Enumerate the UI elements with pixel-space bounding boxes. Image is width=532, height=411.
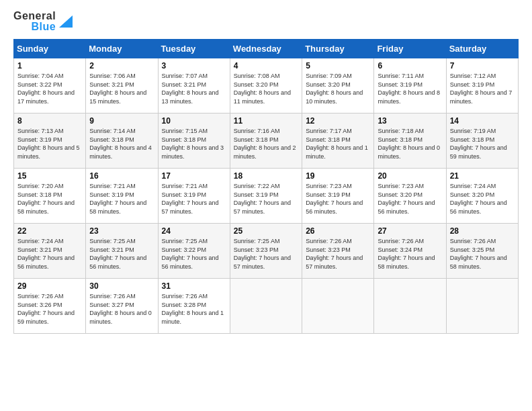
logo-area: General Blue bbox=[13, 11, 73, 32]
day-details: Sunrise: 7:24 AMSunset: 3:21 PMDaylight:… bbox=[17, 238, 75, 270]
day-cell bbox=[302, 279, 374, 334]
svg-marker-0 bbox=[59, 15, 73, 28]
day-number: 9 bbox=[89, 116, 154, 126]
day-details: Sunrise: 7:13 AMSunset: 3:19 PMDaylight:… bbox=[17, 128, 80, 160]
day-cell: 14Sunrise: 7:19 AMSunset: 3:18 PMDayligh… bbox=[446, 113, 518, 169]
day-number: 15 bbox=[17, 171, 82, 181]
day-details: Sunrise: 7:24 AMSunset: 3:20 PMDaylight:… bbox=[450, 183, 507, 215]
day-number: 14 bbox=[450, 116, 515, 126]
day-details: Sunrise: 7:19 AMSunset: 3:18 PMDaylight:… bbox=[450, 128, 507, 160]
day-cell: 17Sunrise: 7:21 AMSunset: 3:19 PMDayligh… bbox=[158, 169, 230, 224]
day-details: Sunrise: 7:15 AMSunset: 3:18 PMDaylight:… bbox=[162, 128, 224, 160]
day-number: 8 bbox=[17, 116, 82, 126]
day-cell: 25Sunrise: 7:25 AMSunset: 3:23 PMDayligh… bbox=[230, 224, 302, 279]
day-cell: 27Sunrise: 7:26 AMSunset: 3:24 PMDayligh… bbox=[374, 224, 446, 279]
day-details: Sunrise: 7:17 AMSunset: 3:18 PMDaylight:… bbox=[306, 128, 368, 160]
logo-blue-text: Blue bbox=[31, 21, 56, 32]
day-number: 19 bbox=[306, 171, 370, 181]
day-cell: 26Sunrise: 7:26 AMSunset: 3:23 PMDayligh… bbox=[302, 224, 374, 279]
day-header-sunday: Sunday bbox=[14, 40, 86, 58]
day-cell: 30Sunrise: 7:26 AMSunset: 3:27 PMDayligh… bbox=[86, 279, 158, 334]
day-details: Sunrise: 7:25 AMSunset: 3:21 PMDaylight:… bbox=[89, 238, 146, 270]
week-row-3: 15Sunrise: 7:20 AMSunset: 3:18 PMDayligh… bbox=[14, 169, 519, 224]
day-cell: 1Sunrise: 7:04 AMSunset: 3:22 PMDaylight… bbox=[14, 58, 86, 113]
day-number: 28 bbox=[450, 226, 515, 236]
day-details: Sunrise: 7:23 AMSunset: 3:19 PMDaylight:… bbox=[306, 183, 363, 215]
day-number: 4 bbox=[234, 61, 298, 71]
day-details: Sunrise: 7:22 AMSunset: 3:19 PMDaylight:… bbox=[234, 183, 291, 215]
page: General Blue SundayMondayTuesdayWednesda… bbox=[0, 0, 532, 411]
day-header-tuesday: Tuesday bbox=[158, 40, 230, 58]
day-cell: 15Sunrise: 7:20 AMSunset: 3:18 PMDayligh… bbox=[14, 169, 86, 224]
day-cell: 12Sunrise: 7:17 AMSunset: 3:18 PMDayligh… bbox=[302, 113, 374, 169]
day-details: Sunrise: 7:26 AMSunset: 3:25 PMDaylight:… bbox=[450, 238, 507, 270]
day-number: 23 bbox=[89, 226, 154, 236]
day-details: Sunrise: 7:21 AMSunset: 3:19 PMDaylight:… bbox=[89, 183, 146, 215]
day-cell: 6Sunrise: 7:11 AMSunset: 3:19 PMDaylight… bbox=[374, 58, 446, 113]
day-cell: 8Sunrise: 7:13 AMSunset: 3:19 PMDaylight… bbox=[14, 113, 86, 169]
day-details: Sunrise: 7:09 AMSunset: 3:20 PMDaylight:… bbox=[306, 73, 363, 105]
day-number: 6 bbox=[378, 61, 442, 71]
day-cell: 3Sunrise: 7:07 AMSunset: 3:21 PMDaylight… bbox=[158, 58, 230, 113]
day-cell: 24Sunrise: 7:25 AMSunset: 3:22 PMDayligh… bbox=[158, 224, 230, 279]
day-number: 16 bbox=[89, 171, 154, 181]
day-number: 10 bbox=[162, 116, 226, 126]
day-number: 30 bbox=[89, 281, 154, 291]
day-number: 2 bbox=[89, 61, 154, 71]
calendar: SundayMondayTuesdayWednesdayThursdayFrid… bbox=[13, 39, 519, 334]
day-details: Sunrise: 7:12 AMSunset: 3:19 PMDaylight:… bbox=[450, 73, 513, 105]
day-cell: 9Sunrise: 7:14 AMSunset: 3:18 PMDaylight… bbox=[86, 113, 158, 169]
day-cell bbox=[446, 279, 518, 334]
week-row-4: 22Sunrise: 7:24 AMSunset: 3:21 PMDayligh… bbox=[14, 224, 519, 279]
week-row-2: 8Sunrise: 7:13 AMSunset: 3:19 PMDaylight… bbox=[14, 113, 519, 169]
day-number: 13 bbox=[378, 116, 442, 126]
day-cell: 10Sunrise: 7:15 AMSunset: 3:18 PMDayligh… bbox=[158, 113, 230, 169]
day-number: 21 bbox=[450, 171, 515, 181]
day-details: Sunrise: 7:26 AMSunset: 3:23 PMDaylight:… bbox=[306, 238, 363, 270]
header: General Blue bbox=[13, 11, 519, 32]
day-number: 20 bbox=[378, 171, 442, 181]
day-cell: 7Sunrise: 7:12 AMSunset: 3:19 PMDaylight… bbox=[446, 58, 518, 113]
day-number: 27 bbox=[378, 226, 442, 236]
day-cell: 28Sunrise: 7:26 AMSunset: 3:25 PMDayligh… bbox=[446, 224, 518, 279]
header-row: SundayMondayTuesdayWednesdayThursdayFrid… bbox=[14, 40, 519, 58]
logo-arrow-icon bbox=[58, 13, 73, 28]
day-details: Sunrise: 7:14 AMSunset: 3:18 PMDaylight:… bbox=[89, 128, 152, 160]
day-cell: 5Sunrise: 7:09 AMSunset: 3:20 PMDaylight… bbox=[302, 58, 374, 113]
calendar-header: SundayMondayTuesdayWednesdayThursdayFrid… bbox=[14, 40, 519, 58]
day-details: Sunrise: 7:26 AMSunset: 3:24 PMDaylight:… bbox=[378, 238, 435, 270]
calendar-body: 1Sunrise: 7:04 AMSunset: 3:22 PMDaylight… bbox=[14, 58, 519, 334]
day-details: Sunrise: 7:25 AMSunset: 3:23 PMDaylight:… bbox=[234, 238, 291, 270]
day-details: Sunrise: 7:04 AMSunset: 3:22 PMDaylight:… bbox=[17, 73, 75, 105]
day-cell: 4Sunrise: 7:08 AMSunset: 3:20 PMDaylight… bbox=[230, 58, 302, 113]
day-cell bbox=[374, 279, 446, 334]
day-cell: 11Sunrise: 7:16 AMSunset: 3:18 PMDayligh… bbox=[230, 113, 302, 169]
day-details: Sunrise: 7:18 AMSunset: 3:18 PMDaylight:… bbox=[378, 128, 440, 160]
week-row-5: 29Sunrise: 7:26 AMSunset: 3:26 PMDayligh… bbox=[14, 279, 519, 334]
day-cell bbox=[230, 279, 302, 334]
day-header-saturday: Saturday bbox=[446, 40, 518, 58]
day-details: Sunrise: 7:06 AMSunset: 3:21 PMDaylight:… bbox=[89, 73, 146, 105]
day-number: 5 bbox=[306, 61, 370, 71]
day-details: Sunrise: 7:25 AMSunset: 3:22 PMDaylight:… bbox=[162, 238, 219, 270]
day-cell: 16Sunrise: 7:21 AMSunset: 3:19 PMDayligh… bbox=[86, 169, 158, 224]
day-cell: 19Sunrise: 7:23 AMSunset: 3:19 PMDayligh… bbox=[302, 169, 374, 224]
day-number: 7 bbox=[450, 61, 515, 71]
day-details: Sunrise: 7:20 AMSunset: 3:18 PMDaylight:… bbox=[17, 183, 75, 215]
day-details: Sunrise: 7:07 AMSunset: 3:21 PMDaylight:… bbox=[162, 73, 219, 105]
day-number: 3 bbox=[162, 61, 226, 71]
day-cell: 23Sunrise: 7:25 AMSunset: 3:21 PMDayligh… bbox=[86, 224, 158, 279]
logo-general-text: General bbox=[13, 11, 56, 21]
day-details: Sunrise: 7:26 AMSunset: 3:28 PMDaylight:… bbox=[162, 293, 224, 325]
day-cell: 13Sunrise: 7:18 AMSunset: 3:18 PMDayligh… bbox=[374, 113, 446, 169]
day-cell: 20Sunrise: 7:23 AMSunset: 3:20 PMDayligh… bbox=[374, 169, 446, 224]
day-number: 24 bbox=[162, 226, 226, 236]
day-number: 17 bbox=[162, 171, 226, 181]
day-number: 25 bbox=[234, 226, 298, 236]
day-number: 11 bbox=[234, 116, 298, 126]
day-header-thursday: Thursday bbox=[302, 40, 374, 58]
day-header-monday: Monday bbox=[86, 40, 158, 58]
day-details: Sunrise: 7:23 AMSunset: 3:20 PMDaylight:… bbox=[378, 183, 435, 215]
day-cell: 2Sunrise: 7:06 AMSunset: 3:21 PMDaylight… bbox=[86, 58, 158, 113]
day-number: 26 bbox=[306, 226, 370, 236]
